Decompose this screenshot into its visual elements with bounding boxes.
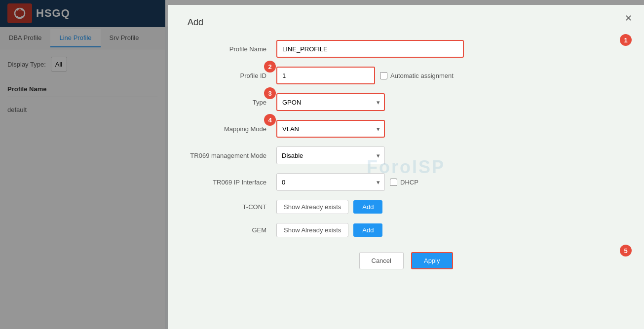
tcont-add-button[interactable]: Add — [353, 200, 382, 214]
dhcp-label: DHCP — [400, 179, 418, 186]
mapping-mode-label: Mapping Mode — [188, 125, 276, 133]
profile-name-input[interactable] — [276, 40, 464, 58]
tcont-label: T-CONT — [188, 203, 276, 211]
tr069-mode-select[interactable]: Disable Enable — [276, 146, 385, 164]
step-badge-2: 2 — [264, 61, 276, 73]
profile-name-control — [276, 40, 624, 58]
modal-close-button[interactable]: ✕ — [622, 12, 634, 24]
modal-title: Add — [188, 17, 624, 28]
tr069-mode-label: TR069 management Mode — [188, 152, 276, 159]
mapping-mode-row: Mapping Mode VLAN GEM Port 4 — [188, 120, 624, 138]
profile-id-row: Profile ID Automatic assignment 2 — [188, 67, 624, 84]
step-badge-1: 1 — [620, 34, 632, 46]
type-select-wrap: GPON EPON XG-PON — [276, 93, 385, 111]
auto-assign-checkbox[interactable] — [380, 72, 387, 79]
tr069-mode-row: TR069 management Mode Disable Enable — [188, 146, 624, 164]
tr069-ip-label: TR069 IP Interface — [188, 179, 276, 186]
type-control: GPON EPON XG-PON — [276, 93, 624, 111]
profile-id-label: Profile ID — [188, 72, 276, 79]
tr069-ip-control: 0 1 2 DHCP — [276, 173, 624, 191]
tcont-row: T-CONT Show Already exists Add — [188, 200, 624, 214]
apply-button[interactable]: Apply — [411, 252, 453, 269]
tr069-ip-select-wrap: 0 1 2 — [276, 173, 385, 191]
modal-dialog: ✕ Add ForoISP Profile Name 1 Profile ID … — [168, 5, 644, 329]
tr069-mode-control: Disable Enable — [276, 146, 624, 164]
gem-label: GEM — [188, 226, 276, 234]
dhcp-wrap: DHCP — [390, 179, 418, 186]
mapping-select-wrap: VLAN GEM Port — [276, 120, 385, 138]
mapping-mode-select[interactable]: VLAN GEM Port — [276, 120, 385, 138]
gem-show-exists-button[interactable]: Show Already exists — [276, 223, 348, 237]
step-badge-5: 5 — [620, 245, 632, 256]
gem-row: GEM Show Already exists Add — [188, 223, 624, 237]
modal-footer: Cancel Apply 5 — [188, 252, 624, 269]
tcont-show-exists-button[interactable]: Show Already exists — [276, 200, 348, 214]
type-select[interactable]: GPON EPON XG-PON — [276, 93, 385, 111]
type-label: Type — [188, 99, 276, 106]
auto-assign-wrap: Automatic assignment — [380, 72, 454, 79]
mapping-mode-control: VLAN GEM Port — [276, 120, 624, 138]
step-badge-3: 3 — [264, 87, 276, 99]
cancel-button[interactable]: Cancel — [359, 252, 404, 269]
profile-name-label: Profile Name — [188, 45, 276, 53]
tr069-ip-select[interactable]: 0 1 2 — [276, 173, 385, 191]
auto-assign-label: Automatic assignment — [390, 72, 454, 79]
profile-id-control: Automatic assignment — [276, 67, 624, 84]
profile-name-row: Profile Name 1 — [188, 40, 624, 58]
tr069-select-wrap: Disable Enable — [276, 146, 385, 164]
tr069-ip-row: TR069 IP Interface 0 1 2 DHCP — [188, 173, 624, 191]
tcont-control: Show Already exists Add — [276, 200, 624, 214]
gem-control: Show Already exists Add — [276, 223, 624, 237]
step-badge-4: 4 — [264, 114, 276, 126]
gem-add-button[interactable]: Add — [353, 223, 382, 237]
profile-id-input[interactable] — [276, 67, 375, 84]
dhcp-checkbox[interactable] — [390, 179, 397, 186]
type-row: Type GPON EPON XG-PON 3 — [188, 93, 624, 111]
